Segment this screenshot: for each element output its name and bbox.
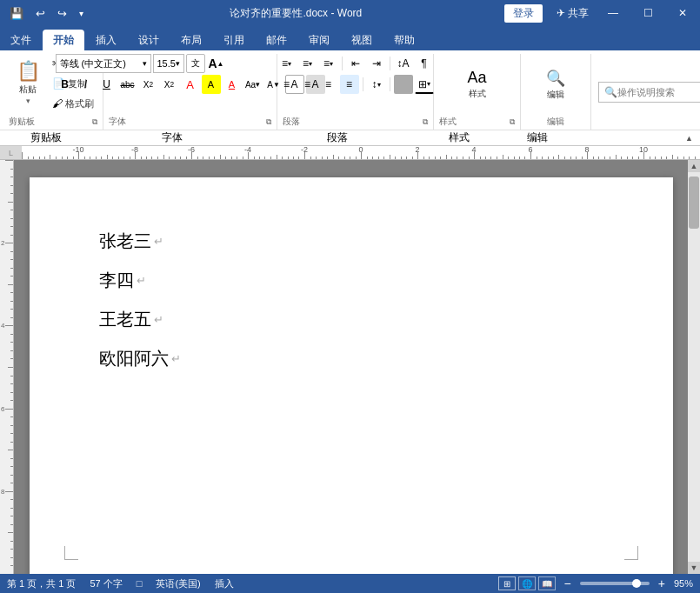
proof-icon[interactable]: □ (137, 578, 143, 589)
font-family-selector[interactable]: 等线 (中文正文) ▾ (56, 54, 151, 73)
show-para-button[interactable]: ¶ (415, 54, 434, 73)
font-family-dropdown[interactable]: ▾ (143, 59, 147, 68)
styles-button[interactable]: Aa 样式 (451, 58, 503, 110)
font-increase-icon: A (208, 57, 217, 70)
redo-icon[interactable]: ↪ (53, 5, 71, 22)
superscript-button[interactable]: X2 (160, 75, 179, 94)
scroll-track[interactable] (688, 172, 700, 562)
vertical-scrollbar[interactable]: ▲ ▼ (688, 160, 700, 574)
highlight-button[interactable]: A (202, 75, 221, 94)
para-sep2 (390, 57, 390, 70)
paste-button[interactable]: 📋 粘贴 ▾ (9, 54, 47, 111)
minimize-button[interactable]: — (596, 0, 630, 26)
indent-decrease-button[interactable]: ⇤ (346, 54, 365, 73)
paste-dropdown[interactable]: ▾ (26, 97, 30, 105)
shading-button[interactable] (394, 75, 413, 94)
save-icon[interactable]: 💾 (5, 5, 28, 22)
font-size-dropdown[interactable]: ▾ (176, 59, 180, 68)
styles-expand-icon[interactable]: ⧉ (510, 117, 515, 127)
share-button[interactable]: ✈ 共享 (550, 4, 596, 23)
ribbon-tab-引用[interactable]: 引用 (213, 30, 255, 50)
ribbon-tab-帮助[interactable]: 帮助 (383, 30, 425, 50)
doc-line[interactable]: 李四↵ (99, 269, 603, 292)
ribbon-tab-视图[interactable]: 视图 (341, 30, 383, 50)
bullets-button[interactable]: ≡▾ (277, 54, 297, 73)
scroll-up-button[interactable]: ▲ (688, 160, 700, 172)
align-left-button[interactable]: ≡ (277, 75, 297, 94)
para-sep1 (342, 57, 343, 70)
ribbon-tab-文件[interactable]: 文件 (0, 30, 42, 50)
font-color-button[interactable]: A (223, 75, 242, 94)
read-view-button[interactable]: 📖 (538, 576, 556, 590)
ribbon-tab-插入[interactable]: 插入 (85, 30, 127, 50)
font-section-label: 字体 (85, 130, 259, 145)
strikethrough-button[interactable]: abc (118, 75, 137, 94)
doc-line[interactable]: 王老五↵ (99, 308, 603, 331)
multilevel-button[interactable]: ≡▾ (319, 54, 338, 73)
ribbon-body: 📋 粘贴 ▾ ✂ 剪切 📄 复制 🖌 格式刷 (0, 50, 700, 130)
doc-line[interactable]: 张老三↵ (99, 230, 603, 253)
underline-button[interactable]: U (97, 75, 117, 94)
status-bar: 第 1 页，共 1 页 57 个字 □ 英语(美国) 插入 ⊞ 🌐 📖 − + … (0, 574, 700, 593)
doc-line-text: 李四 (99, 269, 134, 292)
zoom-plus-button[interactable]: + (657, 576, 667, 590)
ribbon-collapse-icon[interactable]: ▲ (685, 134, 693, 143)
ribbon-group-styles: Aa 样式 样式 ⧉ (434, 54, 521, 130)
ribbon-tab-开始[interactable]: 开始 (43, 30, 84, 50)
ribbon-tab-邮件[interactable]: 邮件 (256, 30, 297, 50)
insert-mode[interactable]: 插入 (215, 577, 234, 590)
print-view-button[interactable]: ⊞ (498, 576, 516, 590)
justify-button[interactable]: ≡ (340, 75, 359, 94)
ribbon-group-paragraph: ≡▾ ≡▾ ≡▾ ⇤ ⇥ ↕A ¶ ≡ ≡ ≡ ≡ ↕▾ (277, 54, 434, 130)
restore-button[interactable]: ☐ (630, 0, 665, 26)
align-right-button[interactable]: ≡ (319, 75, 338, 94)
close-button[interactable]: ✕ (665, 0, 700, 26)
bold-button[interactable]: B (56, 75, 75, 94)
sort-button[interactable]: ↕A (394, 54, 413, 73)
login-button[interactable]: 登录 (504, 4, 543, 23)
editing-button[interactable]: 🔍 编辑 (532, 58, 580, 110)
undo-icon[interactable]: ↩ (31, 5, 50, 22)
clipboard-expand-icon[interactable]: ⧉ (92, 117, 97, 127)
ribbon-tab-布局[interactable]: 布局 (170, 30, 212, 50)
search-box-wrapper[interactable]: 🔍 (598, 82, 700, 103)
document-lines: 张老三↵李四↵王老五↵欧阳阿六↵ (99, 230, 603, 370)
zoom-slider[interactable] (580, 582, 650, 585)
doc-line-text: 张老三 (99, 230, 151, 253)
border-button[interactable]: ⊞▾ (415, 75, 434, 94)
ribbon-tab-审阅[interactable]: 审阅 (298, 30, 340, 50)
align-center-button[interactable]: ≡ (298, 75, 317, 94)
web-view-button[interactable]: 🌐 (518, 576, 536, 590)
clear-format-button[interactable]: A (181, 75, 200, 94)
ribbon-tab-设计[interactable]: 设计 (128, 30, 170, 50)
scroll-down-button[interactable]: ▼ (688, 562, 700, 574)
corner-mark-bottom-right (624, 546, 638, 560)
document-page[interactable]: 张老三↵李四↵王老五↵欧阳阿六↵ (30, 177, 673, 574)
wen-button[interactable]: 文 (186, 54, 205, 73)
styles-section-label: 样式 (416, 130, 503, 145)
para-mark: ↵ (154, 313, 163, 327)
document-area[interactable]: 张老三↵李四↵王老五↵欧阳阿六↵ (14, 160, 688, 574)
subscript-button[interactable]: X2 (139, 75, 158, 94)
line-spacing-button[interactable]: ↕▾ (367, 75, 386, 94)
styles-icon: Aa (467, 69, 486, 87)
ribbon-bottom: 剪贴板 字体 段落 样式 编辑 ▲ (0, 130, 700, 145)
numbering-button[interactable]: ≡▾ (298, 54, 317, 73)
customize-icon[interactable]: ▾ (75, 7, 88, 20)
zoom-minus-button[interactable]: − (563, 576, 573, 590)
font-increase-arrow: ▲ (217, 60, 224, 68)
zoom-thumb (632, 579, 641, 588)
paragraph-expand-icon[interactable]: ⧉ (423, 117, 428, 127)
font-expand-icon[interactable]: ⧉ (266, 117, 271, 127)
doc-line[interactable]: 欧阳阿六↵ (99, 347, 603, 370)
scroll-thumb[interactable] (689, 177, 699, 229)
font-family-value: 等线 (中文正文) (60, 57, 143, 70)
horizontal-ruler: L -10-8-6-4-20246810 (0, 146, 700, 160)
indent-increase-button[interactable]: ⇥ (367, 54, 386, 73)
search-input[interactable] (617, 87, 696, 97)
font-increase-button[interactable]: A▲ (207, 54, 226, 73)
font-size-selector[interactable]: 15.5 ▾ (153, 54, 184, 73)
italic-button[interactable]: I (77, 75, 96, 94)
status-right: ⊞ 🌐 📖 − + 95% (498, 576, 693, 590)
change-case-button[interactable]: Aa▾ (243, 75, 263, 94)
